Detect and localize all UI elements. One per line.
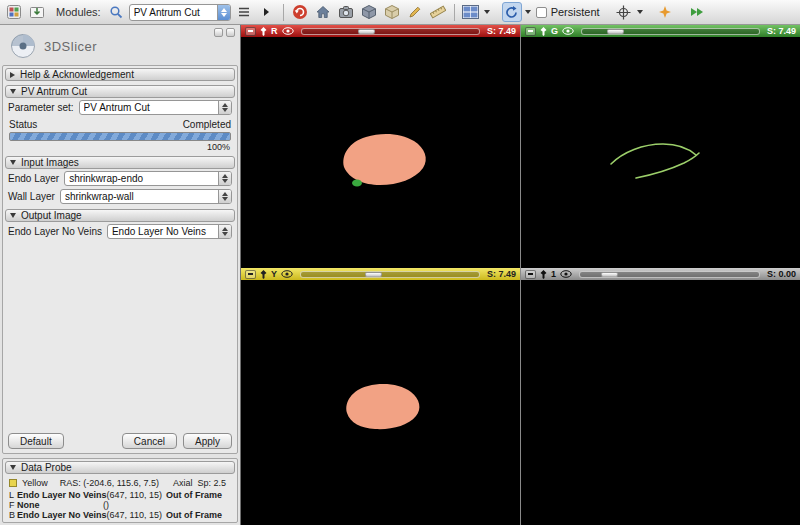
slice-offset-slider[interactable] <box>301 28 480 35</box>
layout-grid-icon[interactable] <box>461 2 481 22</box>
home-icon[interactable] <box>313 2 333 22</box>
refresh-dropdown-icon[interactable] <box>525 10 531 14</box>
combo-arrows-icon <box>218 225 231 238</box>
parameter-set-combobox[interactable]: PV Antrum Cut <box>79 100 232 115</box>
main-toolbar: Modules: PV Antrum Cut <box>0 0 800 25</box>
layer-ijk: (647, 110, 15) <box>107 510 162 520</box>
gray-slice-controller: 1 S: 0.00 <box>521 268 800 280</box>
load-data-icon[interactable] <box>27 2 47 22</box>
wall-layer-value: shrinkwrap-wall <box>65 191 218 202</box>
status-label: Status <box>9 119 37 130</box>
visibility-eye-icon[interactable] <box>560 270 572 278</box>
cube-dark-icon[interactable] <box>359 2 379 22</box>
ruler-icon[interactable] <box>428 2 448 22</box>
section-data-probe-label: Data Probe <box>21 462 72 473</box>
visibility-eye-icon[interactable] <box>281 270 293 278</box>
red-slice-body[interactable] <box>241 37 520 268</box>
refresh-icon[interactable] <box>502 2 522 22</box>
slice-offset-slider[interactable] <box>300 271 480 278</box>
persistent-checkbox[interactable] <box>536 7 547 18</box>
crosshair-dropdown-icon[interactable] <box>637 10 643 14</box>
slicer-window: Modules: PV Antrum Cut <box>0 0 800 525</box>
layer-ijk: () <box>103 500 109 510</box>
toolbar-separator <box>454 4 455 21</box>
endo-layer-combobox[interactable]: shrinkwrap-endo <box>64 171 232 186</box>
chevron-down-icon <box>10 89 16 94</box>
parameter-set-label: Parameter set: <box>8 102 74 113</box>
toolbar-separator <box>283 4 284 21</box>
panel-undock-icon[interactable] <box>214 28 223 37</box>
compare-slice-viewport: 1 S: 0.00 <box>521 268 800 525</box>
section-output-image-label: Output Image <box>21 210 82 221</box>
green-arrows-icon[interactable] <box>687 2 707 22</box>
cube-light-icon[interactable] <box>382 2 402 22</box>
slider-handle[interactable] <box>365 272 382 277</box>
slice-view-label: 1 <box>551 269 556 279</box>
visibility-eye-icon[interactable] <box>562 27 574 35</box>
default-button[interactable]: Default <box>8 433 64 449</box>
fiducial-plus-icon[interactable] <box>655 2 675 22</box>
green-slice-body[interactable] <box>521 37 800 268</box>
data-probe-position-row: Yellow RAS: (-204.6, 115.6, 7.5) Axial S… <box>5 474 235 490</box>
section-module[interactable]: PV Antrum Cut <box>5 85 235 98</box>
pin-icon[interactable] <box>260 270 267 279</box>
panel-hide-icon[interactable] <box>226 28 235 37</box>
yellow-slice-viewport: Y S: 7.49 <box>241 268 520 525</box>
pin-icon[interactable] <box>540 270 547 279</box>
module-search-icon[interactable] <box>106 2 126 22</box>
section-input-images[interactable]: Input Images <box>5 156 235 169</box>
apply-button[interactable]: Apply <box>183 433 232 449</box>
endo-layer-row: Endo Layer shrinkwrap-endo <box>5 169 235 187</box>
dicom-icon[interactable] <box>4 2 24 22</box>
data-probe-row-background: B Endo Layer No Veins (647, 110, 15) Out… <box>5 510 235 520</box>
slice-offset-slider[interactable] <box>579 271 760 278</box>
app-logo-row: 3DSlicer <box>0 25 240 63</box>
slider-handle[interactable] <box>607 29 624 34</box>
modules-label: Modules: <box>56 6 101 18</box>
output-layer-combobox[interactable]: Endo Layer No Veins <box>107 224 232 239</box>
persistent-toggle[interactable]: Persistent <box>536 6 600 18</box>
slice-color-name: Yellow <box>22 478 48 488</box>
module-history-icon[interactable] <box>234 2 254 22</box>
module-selector[interactable]: PV Antrum Cut <box>129 4 231 21</box>
slice-offset-slider[interactable] <box>581 28 760 35</box>
restore-views-icon[interactable] <box>290 2 310 22</box>
screenshot-icon[interactable] <box>336 2 356 22</box>
segmentation-blob <box>343 134 425 185</box>
pencil-icon[interactable] <box>405 2 425 22</box>
viewport-divider[interactable] <box>520 25 521 525</box>
collapse-controller-button[interactable] <box>245 270 256 279</box>
collapse-controller-button[interactable] <box>245 27 256 36</box>
slice-offset-value: S: 7.49 <box>487 269 516 279</box>
cancel-button[interactable]: Cancel <box>122 433 177 449</box>
layout-dropdown-icon[interactable] <box>484 10 490 14</box>
collapse-controller-button[interactable] <box>525 270 536 279</box>
collapse-controller-button[interactable] <box>525 27 536 36</box>
visibility-eye-icon[interactable] <box>282 27 294 35</box>
endo-layer-value: shrinkwrap-endo <box>69 173 218 184</box>
wall-layer-combobox[interactable]: shrinkwrap-wall <box>60 189 232 204</box>
chevron-down-icon <box>10 213 16 218</box>
pin-icon[interactable] <box>540 27 547 36</box>
red-slice-image <box>241 37 520 268</box>
slider-handle[interactable] <box>358 29 375 34</box>
layer-status: Out of Frame <box>166 510 222 520</box>
section-output-image[interactable]: Output Image <box>5 209 235 222</box>
slice-view-label: R <box>271 26 278 36</box>
data-probe-row-foreground: F None () <box>5 500 235 510</box>
section-module-label: PV Antrum Cut <box>21 86 87 97</box>
section-help[interactable]: Help & Acknowledgement <box>5 68 235 81</box>
module-selector-value: PV Antrum Cut <box>134 7 217 18</box>
section-data-probe[interactable]: Data Probe <box>5 461 235 474</box>
progress-percent: 100% <box>5 141 235 152</box>
yellow-slice-body[interactable] <box>241 280 520 525</box>
green-slice-controller: G S: 7.49 <box>521 25 800 37</box>
slicer-logo-icon <box>10 33 36 59</box>
progress-bar <box>9 132 231 141</box>
slider-handle[interactable] <box>601 272 618 277</box>
gray-slice-body[interactable] <box>521 280 800 525</box>
crosshair-icon[interactable] <box>614 2 634 22</box>
module-next-icon[interactable] <box>257 2 277 22</box>
wall-contour-lower <box>636 153 699 178</box>
pin-icon[interactable] <box>260 27 267 36</box>
